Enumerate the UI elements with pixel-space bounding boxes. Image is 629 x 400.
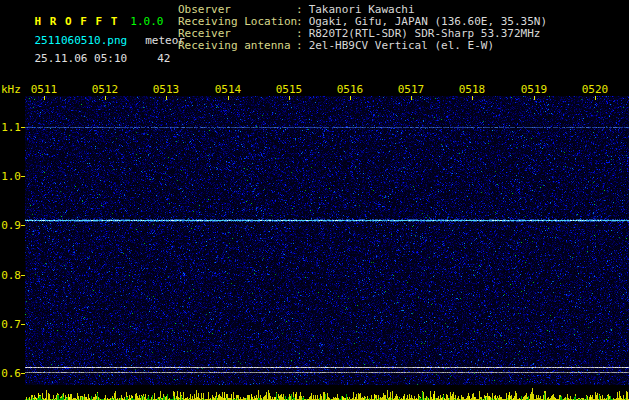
echo-count: 42 [157, 52, 170, 65]
x-tick-label: 0514 [215, 84, 242, 95]
x-tick-label: 0515 [276, 84, 303, 95]
y-tick-label: 0.6 [0, 368, 21, 379]
observer-info: Observer:Takanori Kawachi Receiving Loca… [178, 4, 547, 52]
x-tick-label: 0520 [582, 84, 609, 95]
datetime-label: 25.11.06 05:10 [35, 52, 128, 65]
info-label: Receiving antenna [178, 40, 296, 52]
y-tick-label: 1.0 [0, 171, 21, 182]
x-tick-label: 0513 [153, 84, 180, 95]
info-value: 2el-HB9CV Vertical (el. E-W) [309, 39, 494, 52]
header-time-row: 25.11.06 05:1042 [8, 41, 170, 77]
x-tick-label: 0511 [31, 84, 58, 95]
x-tick-label: 0519 [521, 84, 548, 95]
y-tick-label: 1.1 [0, 122, 21, 133]
hrofft-screen: H R O F F T1.0.0 2511060510.pngmeteor 25… [0, 0, 629, 400]
info-row-antenna: Receiving antenna:2el-HB9CV Vertical (el… [178, 40, 547, 52]
y-tick-label: 0.9 [0, 220, 21, 231]
x-tick-label: 0516 [337, 84, 364, 95]
x-tick-label: 0518 [459, 84, 486, 95]
x-tick-label: 0512 [92, 84, 119, 95]
info-separator: : [296, 39, 303, 52]
spectrogram-canvas [25, 96, 629, 400]
y-tick-label: 0.8 [0, 270, 21, 281]
y-axis-unit-label: kHz [1, 84, 21, 95]
x-tick-label: 0517 [398, 84, 425, 95]
y-tick-label: 0.7 [0, 319, 21, 330]
